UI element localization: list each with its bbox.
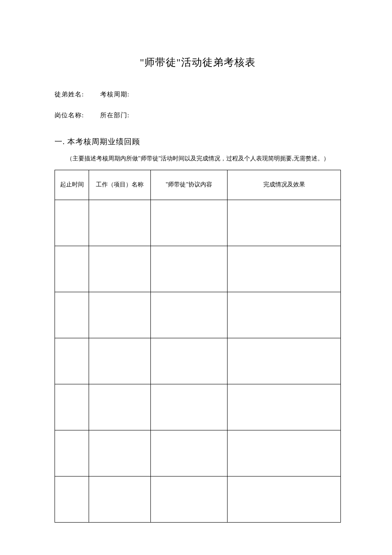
table-header-row: 起止时间 工作（项目）名称 "师带徒"协议内容 完成情况及效果 [55,170,341,200]
cell-time-range [55,384,89,430]
table-row [55,338,341,384]
section-note: （主要描述考核周期内所做"师带徒"活动时间以及完成情况，过程及个人表现简明扼要,… [55,154,341,164]
table-row [55,430,341,476]
cell-agreement-content [151,384,228,430]
cell-completion-status [228,246,341,292]
cell-completion-status [228,338,341,384]
header-project-name: 工作（项目）名称 [89,170,151,200]
cell-completion-status [228,292,341,338]
cell-time-range [55,338,89,384]
section-heading: 一. 本考核周期业绩回顾 [55,137,341,147]
document-page: "师带徒"活动徒弟考核表 徒弟姓名: 考核周期: 岗位名称: 所在部门: 一. … [0,0,392,555]
label-student-name: 徒弟姓名: [55,90,84,99]
label-department: 所在部门: [100,111,130,119]
table-row [55,200,341,246]
page-title: "师带徒"活动徒弟考核表 [55,55,341,69]
cell-agreement-content [151,200,228,246]
cell-agreement-content [151,246,228,292]
cell-completion-status [228,200,341,246]
cell-time-range [55,200,89,246]
cell-time-range [55,246,89,292]
cell-agreement-content [151,476,228,522]
info-line-1: 徒弟姓名: 考核周期: [55,90,341,99]
cell-completion-status [228,384,341,430]
header-time-range: 起止时间 [55,170,89,200]
header-completion-status: 完成情况及效果 [228,170,341,200]
cell-project-name [89,200,151,246]
cell-agreement-content [151,292,228,338]
cell-agreement-content [151,338,228,384]
cell-project-name [89,476,151,522]
cell-project-name [89,338,151,384]
label-period: 考核周期: [100,90,130,99]
table-row [55,292,341,338]
info-line-2: 岗位名称: 所在部门: [55,111,341,119]
cell-time-range [55,430,89,476]
cell-project-name [89,246,151,292]
cell-project-name [89,384,151,430]
header-agreement-content: "师带徒"协议内容 [151,170,228,200]
cell-time-range [55,292,89,338]
table-row [55,246,341,292]
table-row [55,476,341,522]
cell-time-range [55,476,89,522]
cell-project-name [89,430,151,476]
assessment-table: 起止时间 工作（项目）名称 "师带徒"协议内容 完成情况及效果 [55,170,341,523]
label-position: 岗位名称: [55,111,84,119]
cell-project-name [89,292,151,338]
cell-completion-status [228,476,341,522]
cell-completion-status [228,430,341,476]
cell-agreement-content [151,430,228,476]
table-row [55,384,341,430]
